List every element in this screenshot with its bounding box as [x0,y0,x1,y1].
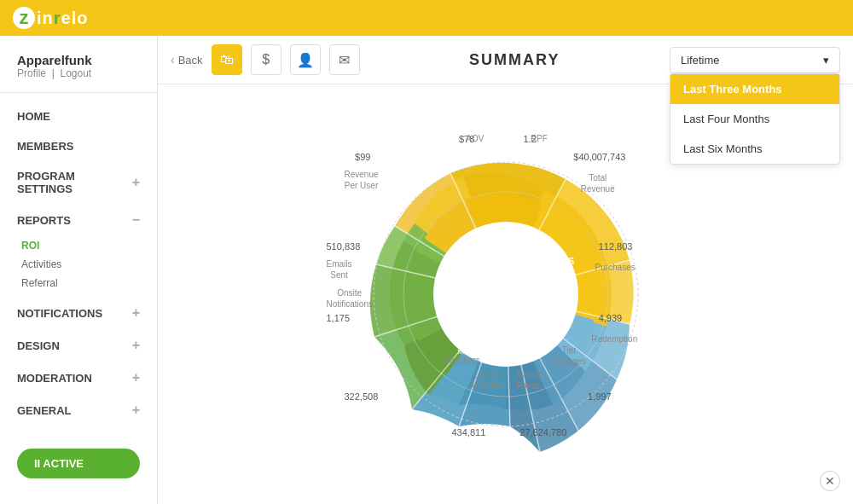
chevron-down-icon: ▾ [823,54,829,67]
logout-link[interactable]: Logout [60,67,91,79]
label-revenue-per-user-value: $99 [355,151,370,163]
logo-icon: z [13,7,35,29]
subnav-referral[interactable]: Referral [21,274,140,293]
label-redemption-value: 4,939 [599,312,623,324]
content-header: ‹ Back 🛍 $ 👤 ✉ SUMMARY Lifetime ▾ Last T… [158,36,853,84]
label-tier: TierChanges [552,345,586,367]
sidebar-item-program-settings[interactable]: PROGRAM SETTINGS + [0,161,157,204]
label-emails-sent-value: 510,838 [327,240,361,252]
plus-icon-general: + [132,403,140,418]
username: Apparelfunk [17,53,140,67]
label-rpf: RPF [531,133,548,144]
dollar-button[interactable]: $ [251,44,281,75]
label-1997: 1,997 [588,391,612,403]
mail-button[interactable]: ✉ [329,44,360,75]
content-area: ‹ Back 🛍 $ 👤 ✉ SUMMARY Lifetime ▾ Last T… [158,36,853,504]
plus-icon-moderation: + [132,370,140,385]
chart-svg: REVENUES ENGAGEMENT ACTIVITY Emails Sent… [327,115,685,473]
label-434811: 434,811 [452,426,486,438]
plus-icon-design: + [132,338,140,353]
summary-title: SUMMARY [368,51,661,69]
label-onsite-value: 1,175 [327,312,351,324]
label-total-revenue: TotalRevenue [581,172,615,194]
label-members: Members [444,355,480,366]
sidebar-item-design[interactable]: DESIGN + [0,329,157,362]
svg-text:Onsite: Onsite [466,339,486,347]
label-redemption: Redemption [591,333,637,345]
dropdown-option-0[interactable]: Last Three Months [670,74,839,104]
user-links: Profile | Logout [17,67,140,79]
subnav-activities[interactable]: Activities [21,255,140,274]
dropdown-option-1[interactable]: Last Four Months [670,104,839,134]
label-purchases-value: 112,803 [599,240,633,252]
active-button[interactable]: II ACTIVE [17,449,140,478]
dropdown-current-value: Lifetime [681,54,720,67]
label-total-revenue-value: $40,007,743 [573,151,625,163]
topbar: z inrelo [0,0,853,36]
bag-button[interactable]: 🛍 [212,44,242,75]
minus-icon: − [132,212,140,228]
sidebar: Apparelfunk Profile | Logout HOME MEMBER… [0,36,158,504]
sidebar-item-members[interactable]: MEMBERS [0,131,157,161]
reports-subnav: ROI Activities Referral [0,236,157,297]
label-revenue-per-user: RevenuePer User [345,169,379,191]
label-27624780: 27,624,780 [519,426,566,438]
sidebar-item-reports[interactable]: REPORTS − [0,204,157,236]
main-layout: Apparelfunk Profile | Logout HOME MEMBER… [0,36,853,504]
profile-link[interactable]: Profile [17,67,46,79]
donut-chart: REVENUES ENGAGEMENT ACTIVITY Emails Sent… [327,115,685,473]
user-section: Apparelfunk Profile | Logout [0,49,157,93]
label-onsite: OnsiteNotifications [327,287,373,310]
subnav-roi[interactable]: ROI [21,236,140,255]
sidebar-item-notifications[interactable]: NOTIFICATIONS + [0,297,157,329]
period-dropdown[interactable]: Lifetime ▾ Last Three Months Last Four M… [670,47,840,73]
close-button[interactable]: ✕ [820,471,840,491]
label-loyalty: LoyaltyActivities [470,369,503,391]
label-322508: 322,508 [345,391,379,403]
dropdown-option-2[interactable]: Last Six Months [670,134,839,164]
label-award: AwardPoints [516,369,540,391]
label-purchases: Purchases [595,262,635,273]
sidebar-item-general[interactable]: GENERAL + [0,394,157,426]
dropdown-trigger[interactable]: Lifetime ▾ [670,47,840,73]
label-emails-sent: EmailsSent [327,258,352,281]
back-button[interactable]: ‹ Back [171,53,203,67]
plus-icon: + [132,175,140,190]
person-button[interactable]: 👤 [290,44,321,75]
svg-text:ENGAGEMENT: ENGAGEMENT [445,325,507,334]
back-arrow-icon: ‹ [171,53,175,67]
logo-text: inrelo [37,9,88,28]
sidebar-item-home[interactable]: HOME [0,101,157,131]
plus-icon-notifications: + [132,305,140,321]
label-aov: AOV [466,133,484,144]
sidebar-item-moderation[interactable]: MODERATION + [0,362,157,394]
dropdown-menu: Last Three Months Last Four Months Last … [670,73,840,165]
logo: z inrelo [13,7,88,29]
svg-text:REVENUES: REVENUES [522,256,574,266]
